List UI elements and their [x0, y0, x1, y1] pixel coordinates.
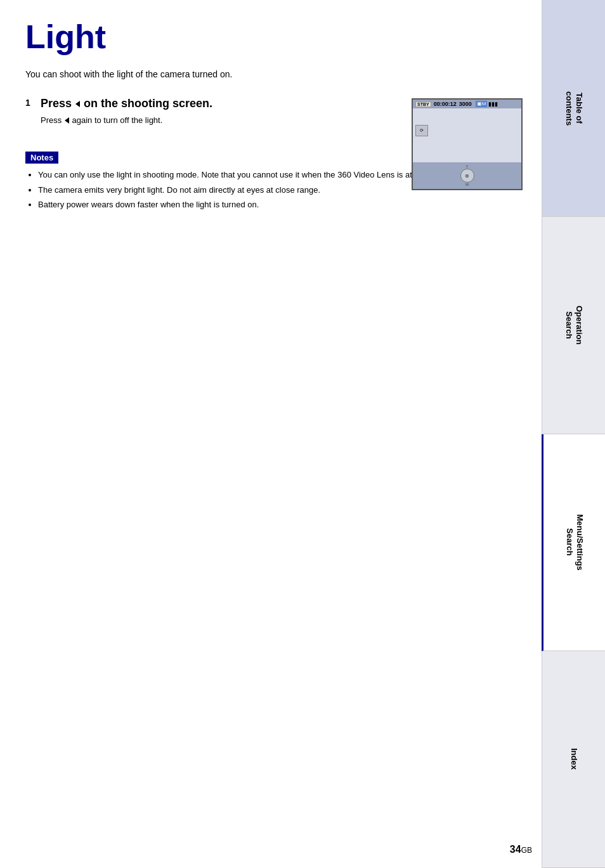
- camera-screen: STBY 00:00:12 3000 ▣M ▮▮▮ ⟳ T ⊕ W: [412, 98, 523, 190]
- battery-icon: ▮▮▮: [488, 101, 498, 107]
- zoom-icon: ⊕: [465, 173, 469, 179]
- zoom-w-label: W: [465, 183, 469, 186]
- step-number: 1: [25, 98, 36, 108]
- notes-badge: Notes: [25, 152, 58, 164]
- sidebar-tab-toc[interactable]: Table ofcontents: [542, 0, 605, 217]
- camera-screen-container: STBY 00:00:12 3000 ▣M ▮▮▮ ⟳ T ⊕ W: [412, 98, 523, 190]
- rec-indicator: STBY: [415, 101, 431, 107]
- page-number-value: 34: [510, 844, 521, 855]
- sidebar: Table ofcontents OperationSearch Menu/Se…: [542, 0, 605, 868]
- arrow-left-icon-2: [65, 117, 69, 124]
- intro-text: You can shoot with the light of the came…: [25, 68, 535, 81]
- page-title: Light: [25, 19, 535, 55]
- sidebar-tab-operation[interactable]: OperationSearch: [542, 217, 605, 434]
- zoom-dial: ⊕: [460, 169, 474, 183]
- camera-top-bar: STBY 00:00:12 3000 ▣M ▮▮▮: [413, 100, 521, 108]
- camera-bottom-controls: T ⊕ W: [413, 162, 521, 189]
- page-number-suffix: GB: [521, 846, 532, 855]
- page-number: 34GB: [510, 844, 532, 855]
- camera-mode-icons: ▣M ▮▮▮: [476, 101, 498, 107]
- arrow-left-icon: [75, 101, 80, 107]
- sidebar-tab-menu[interactable]: Menu/SettingsSearch: [542, 434, 605, 651]
- note-item-3: Battery power wears down faster when the…: [38, 198, 535, 211]
- zoom-control-group: T ⊕ W: [460, 165, 474, 186]
- camera-counter: 3000: [459, 101, 472, 107]
- mode-icon-1: ▣M: [476, 101, 488, 107]
- camera-self-timer-icon: ⟳: [415, 125, 428, 136]
- sidebar-tab-index[interactable]: Index: [542, 651, 605, 868]
- camera-time: 00:00:12: [434, 101, 457, 107]
